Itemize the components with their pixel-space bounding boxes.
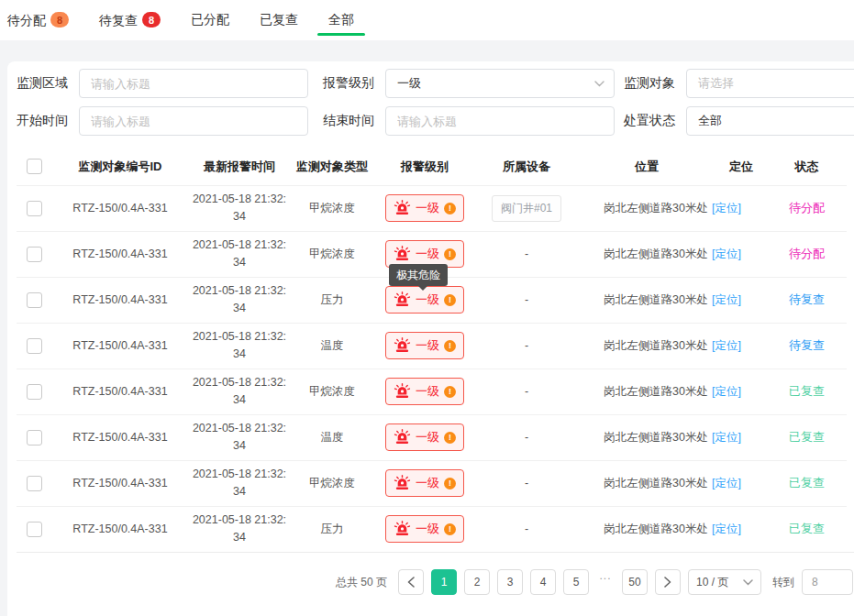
cell-object-type: 压力 xyxy=(290,506,374,552)
cell-object-id: RTZ-150/0.4A-331 xyxy=(51,414,189,460)
row-checkbox[interactable] xyxy=(27,338,42,354)
alarm-level-select[interactable]: 一级 xyxy=(385,69,615,98)
row-checkbox[interactable] xyxy=(27,201,42,216)
alarm-level-text: 一级 xyxy=(416,475,439,491)
alarm-level-text: 一级 xyxy=(416,246,439,262)
cell-device: - xyxy=(475,368,578,414)
end-time-input[interactable] xyxy=(385,106,615,136)
tab-pending-recheck[interactable]: 待复查 8 xyxy=(99,12,161,38)
alarm-level-badge[interactable]: 一级 ! xyxy=(385,194,464,222)
page-size-value: 10 / 页 xyxy=(696,575,728,590)
alarm-level-text: 一级 xyxy=(416,337,439,354)
cell-object-type: 温度 xyxy=(290,323,374,368)
alarm-level-text: 一级 xyxy=(416,383,439,400)
alarm-level-badge[interactable]: 一级 ! xyxy=(385,378,464,405)
start-time-input[interactable] xyxy=(79,106,308,136)
tab-assigned[interactable]: 已分配 xyxy=(191,12,229,38)
location-text: 岗北左侧道路30米处 xyxy=(604,385,708,398)
filter-label-target: 监测对象 xyxy=(624,75,677,92)
cell-object-type: 甲烷浓度 xyxy=(290,368,374,414)
status-badge: 待分配 xyxy=(767,231,847,277)
page-button-2[interactable]: 2 xyxy=(464,569,490,595)
siren-icon xyxy=(394,246,411,262)
select-all-checkbox[interactable] xyxy=(27,159,42,174)
cell-object-id: RTZ-150/0.4A-331 xyxy=(51,277,189,323)
page-size-select[interactable]: 10 / 页 xyxy=(688,569,761,595)
location-text: 岗北左侧道路30米处 xyxy=(604,248,708,260)
header-alarm-time: 最新报警时间 xyxy=(189,148,290,185)
page-button-5[interactable]: 5 xyxy=(563,569,589,595)
status-badge: 待复查 xyxy=(767,277,847,323)
locate-link[interactable]: [定位] xyxy=(712,339,741,352)
alarm-level-badge[interactable]: 一级 ! xyxy=(385,515,464,543)
region-input[interactable] xyxy=(79,69,308,98)
page-button-50[interactable]: 50 xyxy=(622,569,648,595)
pagination-ellipsis[interactable]: ... xyxy=(596,569,615,595)
cell-object-type: 甲烷浓度 xyxy=(290,231,374,277)
filter-label-region: 监测区域 xyxy=(17,75,70,92)
row-checkbox[interactable] xyxy=(27,522,42,537)
page-button-3[interactable]: 3 xyxy=(497,569,523,595)
prev-page-button[interactable] xyxy=(398,569,424,595)
tab-rechecked[interactable]: 已复查 xyxy=(260,12,298,38)
tab-label: 已复查 xyxy=(260,12,298,27)
location-text: 岗北左侧道路30米处 xyxy=(604,522,708,535)
alarm-level-text: 一级 xyxy=(416,521,439,537)
cell-device: - xyxy=(475,323,578,368)
tab-pending-assign[interactable]: 待分配 8 xyxy=(7,12,69,38)
alarm-level-badge[interactable]: 一级 ! xyxy=(385,332,464,359)
cell-object-id: RTZ-150/0.4A-331 xyxy=(51,231,189,277)
cell-object-id: RTZ-150/0.4A-331 xyxy=(51,185,189,231)
monitor-target-select[interactable]: 请选择 xyxy=(686,69,854,98)
table-row: RTZ-150/0.4A-331 2021-05-18 21:32:34 温度 xyxy=(17,414,847,460)
alarm-level-badge[interactable]: 一级 ! xyxy=(385,469,464,497)
chevron-left-icon xyxy=(407,577,415,588)
row-checkbox[interactable] xyxy=(27,476,42,491)
header-device: 所属设备 xyxy=(475,148,578,185)
cell-object-type: 甲烷浓度 xyxy=(290,185,374,231)
select-value: 一级 xyxy=(397,75,421,92)
locate-link[interactable]: [定位] xyxy=(712,522,741,535)
locate-link[interactable]: [定位] xyxy=(712,477,741,490)
cell-location: 岗北左侧道路30米处[定位] xyxy=(578,368,767,414)
cell-object-type: 温度 xyxy=(290,414,374,460)
handle-status-select[interactable]: 全部 xyxy=(686,106,854,136)
cell-object-id: RTZ-150/0.4A-331 xyxy=(51,368,189,414)
siren-icon xyxy=(394,383,411,400)
row-checkbox[interactable] xyxy=(27,247,42,262)
locate-link[interactable]: [定位] xyxy=(712,293,741,306)
row-checkbox[interactable] xyxy=(27,430,42,446)
row-checkbox[interactable] xyxy=(27,384,42,400)
header-object-type: 监测对象类型 xyxy=(290,148,374,185)
locate-link[interactable]: [定位] xyxy=(712,431,741,444)
row-checkbox[interactable] xyxy=(27,292,42,308)
cell-location: 岗北左侧道路30米处[定位] xyxy=(578,414,767,460)
table-row: RTZ-150/0.4A-331 2021-05-18 21:32:34 压力 xyxy=(17,506,847,552)
alarm-level-badge[interactable]: 一级 ! xyxy=(385,424,464,451)
cell-device: 阀门井#01 xyxy=(475,185,578,231)
cell-device: - xyxy=(475,460,578,506)
page-button-1[interactable]: 1 xyxy=(431,569,457,595)
cell-object-type: 压力 xyxy=(290,277,374,323)
locate-link[interactable]: [定位] xyxy=(712,202,741,214)
filter-label-start-time: 开始时间 xyxy=(17,113,70,129)
siren-icon xyxy=(394,292,411,308)
cell-location: 岗北左侧道路30米处[定位] xyxy=(578,277,767,323)
next-page-button[interactable] xyxy=(655,569,681,595)
jump-to-input[interactable] xyxy=(802,569,853,595)
tab-all[interactable]: 全部 xyxy=(328,12,354,38)
header-status: 状态 xyxy=(767,148,847,185)
chevron-right-icon xyxy=(664,577,671,588)
cell-alarm-time: 2021-05-18 21:32:34 xyxy=(191,374,288,410)
alarm-table: 监测对象编号ID 最新报警时间 监测对象类型 报警级别 所属设备 位置 定位 状… xyxy=(17,148,847,552)
page-button-4[interactable]: 4 xyxy=(530,569,556,595)
locate-link[interactable]: [定位] xyxy=(712,248,741,260)
alarm-level-text: 一级 xyxy=(416,200,439,216)
tab-label: 已分配 xyxy=(191,12,229,27)
status-badge: 已复查 xyxy=(767,414,847,460)
locate-link[interactable]: [定位] xyxy=(712,385,741,398)
cell-object-id: RTZ-150/0.4A-331 xyxy=(51,460,189,506)
alert-dot-icon: ! xyxy=(444,203,456,214)
filter-label-level: 报警级别 xyxy=(323,75,376,92)
pagination: 总共 50 页 12345...50 10 / 页 转到 xyxy=(17,569,854,595)
